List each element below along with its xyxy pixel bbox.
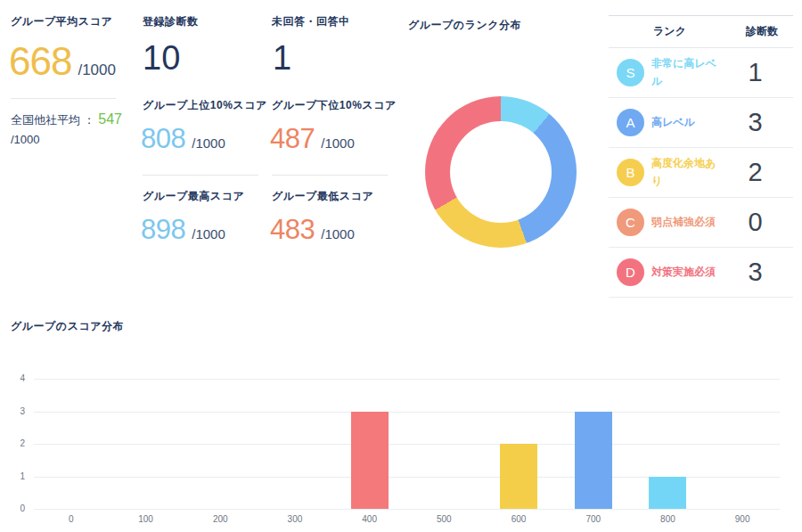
rank-count: 3: [717, 258, 793, 287]
national-avg-label: 全国他社平均 ：: [11, 113, 95, 127]
rank-label: 対策実施必須: [651, 264, 717, 281]
x-tick-label-0: 0: [49, 514, 94, 524]
x-tick-label-300: 300: [273, 514, 317, 524]
group-avg-denominator: /1000: [78, 61, 116, 79]
national-avg-block: 全国他社平均 ： 547 /1000: [11, 109, 134, 149]
x-tick-label-800: 800: [645, 514, 690, 524]
bar-800: [649, 477, 686, 510]
min-score-label: グループ最低スコア: [272, 189, 373, 204]
min-score-value-row: 483 /1000: [270, 214, 355, 246]
group-avg-value-row: 668 /1000: [9, 39, 116, 84]
y-tick-label-3: 3: [0, 406, 25, 416]
rank-column-header: ランク: [609, 24, 731, 39]
x-tick-label-400: 400: [348, 514, 392, 524]
gridline-y-2: [34, 444, 780, 445]
rank-badge-c: C: [617, 209, 644, 236]
rank-distribution-title: グループのランク分布: [408, 18, 521, 33]
rank-count: 0: [717, 208, 793, 237]
rank-table-body: S非常に高レベル1A高レベル3B高度化余地あり2C弱点補強必須0D対策実施必須3: [609, 48, 793, 298]
donut-hole: [450, 121, 552, 223]
unanswered-label: 未回答・回答中: [272, 14, 350, 29]
top10-value-row: 808 /1000: [141, 123, 225, 155]
max-score-label: グループ最高スコア: [143, 189, 244, 204]
rank-label: 弱点補強必須: [651, 214, 717, 231]
dashboard: グループ平均スコア 668 /1000 全国他社平均 ： 547 /1000 登…: [0, 0, 802, 532]
rank-distribution-donut-chart: [425, 96, 577, 248]
rank-label: 高度化余地あり: [651, 155, 717, 189]
x-tick-label-700: 700: [571, 514, 616, 524]
top10-denominator: /1000: [192, 135, 225, 151]
rank-row-d: D対策実施必須3: [609, 248, 793, 298]
max-score-value: 898: [141, 214, 185, 246]
max-score-denominator: /1000: [192, 226, 225, 241]
x-tick-label-200: 200: [198, 514, 242, 524]
bar-600: [500, 444, 537, 509]
rank-row-a: A高レベル3: [609, 98, 793, 148]
rank-label: 非常に高レベル: [651, 55, 717, 89]
x-tick-label-600: 600: [496, 514, 541, 524]
max-score-value-row: 898 /1000: [141, 214, 225, 246]
national-avg-value: 547: [98, 111, 122, 127]
min-score-value: 483: [270, 214, 315, 246]
score-distribution-title: グループのスコア分布: [11, 319, 124, 334]
rank-badge-a: A: [617, 109, 644, 136]
rank-row-c: C弱点補強必須0: [609, 198, 793, 248]
divider-col1: [11, 98, 116, 99]
rank-label: 高レベル: [651, 114, 717, 131]
rank-badge-s: S: [617, 59, 644, 86]
rank-row-s: S非常に高レベル1: [609, 48, 793, 98]
y-tick-label-1: 1: [0, 471, 25, 481]
y-tick-label-0: 0: [0, 503, 25, 513]
rank-badge-b: B: [617, 159, 644, 186]
divider-col3: [272, 175, 388, 176]
y-tick-label-2: 2: [0, 438, 25, 448]
registered-count-value: 10: [143, 39, 180, 78]
bottom10-label: グループ下位10%スコア: [272, 98, 397, 113]
bar-700: [575, 412, 612, 510]
gridline-y-1: [34, 477, 780, 478]
bottom10-value: 487: [270, 123, 315, 155]
rank-badge-d: D: [617, 258, 644, 286]
top10-value: 808: [141, 123, 185, 155]
bar-400: [351, 412, 389, 510]
x-tick-label-100: 100: [124, 514, 168, 524]
registered-count-label: 登録診断数: [143, 14, 199, 29]
national-avg-denominator: /1000: [11, 133, 40, 146]
min-score-denominator: /1000: [321, 226, 355, 241]
top10-label: グループ上位10%スコア: [143, 98, 267, 113]
gridline-y-4: [34, 379, 780, 380]
unanswered-value: 1: [273, 39, 291, 78]
rank-count: 2: [717, 158, 793, 187]
group-avg-value: 668: [9, 39, 71, 84]
rank-count: 1: [717, 58, 793, 87]
x-tick-label-500: 500: [421, 514, 466, 524]
divider-col2: [143, 175, 258, 176]
group-avg-label: グループ平均スコア: [11, 14, 112, 29]
rank-table: ランク 診断数 S非常に高レベル1A高レベル3B高度化余地あり2C弱点補強必須0…: [609, 15, 793, 298]
gridline-y-0: [34, 509, 780, 510]
bottom10-value-row: 487 /1000: [270, 123, 355, 155]
y-tick-label-4: 4: [0, 373, 25, 383]
rank-table-header: ランク 診断数: [609, 16, 793, 48]
rank-count: 3: [717, 108, 793, 137]
count-column-header: 診断数: [731, 24, 793, 39]
gridline-y-3: [34, 412, 780, 413]
x-tick-label-900: 900: [720, 514, 765, 524]
bottom10-denominator: /1000: [321, 135, 355, 151]
rank-row-b: B高度化余地あり2: [609, 148, 793, 198]
